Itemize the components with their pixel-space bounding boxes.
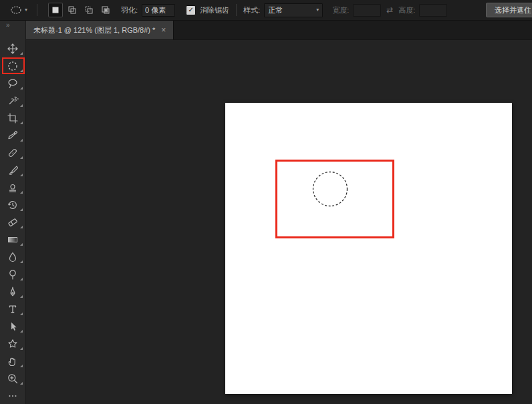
height-input[interactable] [419,4,447,17]
blur-tool-icon [7,251,19,263]
move-tool[interactable] [0,40,25,57]
chevron-down-icon: ▾ [25,7,27,13]
pen-tool[interactable] [0,283,25,300]
document-area: 未标题-1 @ 121% (图层 1, RGB/8#) * × [26,21,532,404]
canvas[interactable] [225,103,512,394]
eraser-tool-icon [7,216,19,228]
subtract-from-selection-button[interactable] [82,3,96,17]
selection-mode-group [48,3,113,17]
crop-tool[interactable] [0,110,25,127]
flyout-triangle-icon [20,87,23,89]
flyout-triangle-icon [20,52,23,55]
feather-input[interactable] [142,4,175,17]
toolbar-collapse-chevron[interactable]: » [0,21,25,30]
type-tool[interactable] [0,300,25,318]
quick-selection-tool[interactable] [0,92,25,110]
document-tab-title: 未标题-1 @ 121% (图层 1, RGB/8#) * [33,25,155,35]
flyout-triangle-icon [20,191,23,194]
style-value: 正常 [268,5,283,15]
feather-label: 羽化: [121,5,138,15]
add-to-selection-button[interactable] [65,3,80,17]
separator [37,4,37,16]
elliptical-selection-marching-ants [311,170,350,208]
clone-stamp-tool[interactable] [0,179,25,196]
blur-tool[interactable] [0,248,25,266]
healing-brush-tool-icon [7,147,19,159]
hand-tool[interactable] [0,353,25,370]
flyout-triangle-icon [20,260,23,263]
pasteboard [26,40,532,404]
lasso-tool-icon [7,77,19,89]
intersect-selection-button[interactable] [98,3,113,17]
options-bar: ▾ 羽化: ✓ 消除锯齿 样式: [0,0,532,21]
flyout-triangle-icon [20,208,23,211]
flyout-triangle-icon [20,278,23,280]
new-selection-icon [51,5,60,15]
antialias-checkbox[interactable]: ✓ [186,5,196,15]
subtract-from-selection-icon [84,5,94,15]
eyedropper-tool[interactable] [0,127,25,144]
close-tab-icon[interactable]: × [161,26,166,34]
workspace: » [0,21,532,404]
quick-selection-tool-icon [7,95,19,107]
brush-tool[interactable] [0,162,25,179]
flyout-triangle-icon [20,139,23,142]
pen-tool-icon [7,286,19,298]
intersect-selection-icon [101,5,110,15]
history-brush-tool-icon [7,199,19,211]
path-selection-tool-icon [7,321,19,333]
flyout-triangle-icon [20,382,23,385]
ellipsis-icon [7,390,19,402]
dodge-tool[interactable] [0,266,25,283]
add-to-selection-icon [68,5,77,15]
zoom-tool-icon [7,373,19,385]
select-and-mask-button[interactable]: 选择并遮住 [486,3,532,17]
flyout-triangle-icon [20,347,23,350]
eraser-tool[interactable] [0,214,25,231]
toolbar: » [0,21,26,404]
document-tab[interactable]: 未标题-1 @ 121% (图层 1, RGB/8#) * × [26,21,174,39]
flyout-triangle-icon [20,330,23,333]
tool-preset-picker[interactable]: ▾ [7,4,30,16]
flyout-triangle-icon [20,104,23,107]
flyout-triangle-icon [20,174,23,176]
brush-tool-icon [7,164,19,176]
chevron-down-icon: ▾ [316,7,319,13]
separator [236,4,237,16]
flyout-triangle-icon [20,295,23,298]
hand-tool-icon [7,355,19,367]
crop-tool-icon [7,112,19,124]
zoom-tool[interactable] [0,370,25,387]
new-selection-button[interactable] [48,3,63,17]
history-brush-tool[interactable] [0,196,25,214]
gradient-tool-icon [7,234,19,246]
eyedropper-tool-icon [7,130,19,142]
document-tab-bar: 未标题-1 @ 121% (图层 1, RGB/8#) * × [26,21,532,40]
custom-shape-tool[interactable] [0,335,25,353]
flyout-triangle-icon [20,243,23,246]
flyout-triangle-icon [20,69,23,72]
style-label: 样式: [243,5,260,15]
edit-toolbar[interactable] [0,387,25,404]
swap-dimensions-icon[interactable]: ⇄ [386,5,393,15]
gradient-tool[interactable] [0,231,25,248]
elliptical-marquee-tool[interactable] [0,57,25,75]
flyout-triangle-icon [20,122,23,124]
style-dropdown[interactable]: 正常 ▾ [264,3,323,17]
elliptical-marquee-preset-icon [9,5,23,15]
type-tool-icon [7,303,19,315]
dodge-tool-icon [7,268,19,280]
lasso-tool[interactable] [0,75,25,92]
antialias-label: 消除锯齿 [200,5,229,15]
path-selection-tool[interactable] [0,318,25,335]
height-label: 高度: [398,5,415,15]
healing-brush-tool[interactable] [0,144,25,162]
elliptical-marquee-tool-icon [7,60,19,72]
check-icon: ✓ [188,7,193,13]
flyout-triangle-icon [20,226,23,228]
width-input[interactable] [353,4,381,17]
width-label: 宽度: [332,5,349,15]
flyout-triangle-icon [20,313,23,315]
move-tool-icon [7,43,19,55]
clone-stamp-tool-icon [7,182,19,194]
